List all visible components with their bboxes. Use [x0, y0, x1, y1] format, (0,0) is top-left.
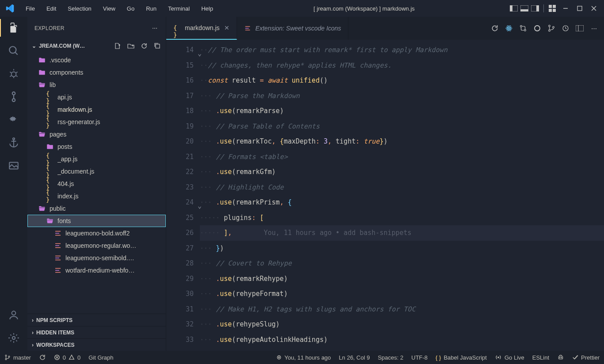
git-branch-icon[interactable]: [547, 24, 555, 32]
menu-edit[interactable]: Edit: [41, 3, 61, 15]
new-file-icon[interactable]: [114, 42, 122, 50]
git-compare-icon[interactable]: [519, 24, 527, 32]
js-file-icon: { }: [46, 106, 54, 114]
code-line[interactable]: ····· plugins: [: [200, 210, 604, 226]
code-line[interactable]: ··· // Make H1, H2 tags with slugs and a…: [200, 302, 604, 317]
new-folder-icon[interactable]: [127, 42, 135, 50]
code-line[interactable]: ··· // Highlight Code: [200, 180, 604, 195]
code-line[interactable]: ··· .use(remarkToc, {maxDepth: 3, tight:…: [200, 134, 604, 149]
tab-extension-sweet-vscode-icons[interactable]: Extension: Sweet vscode Icons: [237, 17, 349, 40]
split-editor-icon[interactable]: [576, 24, 584, 32]
tree-file[interactable]: { }index.js: [27, 190, 166, 202]
status-eslint[interactable]: ESLint: [532, 354, 549, 361]
debug-tab-icon[interactable]: [7, 67, 20, 80]
tree-folder[interactable]: public: [27, 202, 166, 215]
tree-folder[interactable]: components: [27, 66, 166, 79]
atom-icon[interactable]: [505, 24, 513, 32]
account-icon[interactable]: [7, 308, 20, 322]
menu-view[interactable]: View: [98, 3, 121, 15]
tree-item-label: markdown.js: [57, 106, 92, 113]
status-go-live[interactable]: Go Live: [495, 354, 524, 361]
menu-run[interactable]: Run: [141, 3, 162, 15]
svg-point-55: [508, 28, 509, 29]
collapse-all-icon[interactable]: [153, 42, 161, 50]
source-control-tab-icon[interactable]: [7, 90, 20, 103]
panel-workspaces[interactable]: ›WORKSPACES: [27, 338, 166, 351]
tree-file[interactable]: { }_document.js: [27, 165, 166, 178]
tree-file[interactable]: { }404.js: [27, 178, 166, 190]
more-icon[interactable]: ⋯: [151, 24, 159, 32]
code-line[interactable]: ··· }): [200, 241, 604, 256]
panel-hidden-items[interactable]: ›HIDDEN ITEMS: [27, 326, 166, 338]
tree-file[interactable]: leaguemono-bold.woff2: [27, 227, 166, 239]
status-git-graph[interactable]: Git Graph: [88, 354, 113, 361]
layout-bottom-icon[interactable]: [520, 4, 528, 12]
code-line[interactable]: ··· .use(rehypeAutolinkHeadings): [200, 332, 604, 348]
status-branch[interactable]: master: [4, 354, 31, 361]
status-sync-icon[interactable]: [39, 354, 46, 361]
code-line[interactable]: ··// The order must start with remark* f…: [200, 42, 604, 58]
tree-file[interactable]: leaguemono-semibold.…: [27, 252, 166, 264]
code-content[interactable]: ··// The order must start with remark* f…: [200, 40, 604, 351]
tab-markdown-js[interactable]: { }markdown.js✕: [166, 17, 237, 40]
tree-file[interactable]: { }markdown.js: [27, 103, 166, 116]
close-icon[interactable]: [590, 4, 598, 12]
code-line[interactable]: ··· .use(rehypeFormat): [200, 286, 604, 302]
code-line[interactable]: ··· .use(remarkPrism, {: [200, 195, 604, 210]
menu-help[interactable]: Help: [196, 3, 218, 15]
extensions-tab-icon[interactable]: [7, 113, 20, 126]
status-encoding[interactable]: UTF-8: [411, 354, 428, 361]
menu-go[interactable]: Go: [122, 3, 140, 15]
status-language[interactable]: { } Babel JavaScript: [436, 354, 487, 361]
tree-folder[interactable]: fonts: [27, 215, 166, 227]
refresh-icon[interactable]: [140, 42, 148, 50]
code-editor[interactable]: 14⌄15161718192021222324⌄2526272829303132…: [166, 40, 604, 351]
search-tab-icon[interactable]: [7, 44, 20, 57]
code-line[interactable]: ··· // Parse Table of Contents: [200, 119, 604, 134]
run-icon[interactable]: [533, 24, 541, 32]
settings-gear-icon[interactable]: [7, 331, 20, 345]
layout-left-icon[interactable]: [510, 4, 518, 12]
menu-file[interactable]: File: [20, 3, 40, 15]
status-copilot-icon[interactable]: [557, 354, 564, 361]
tree-folder[interactable]: posts: [27, 140, 166, 153]
code-line[interactable]: ··· .use(remarkParse): [200, 103, 604, 119]
tree-folder[interactable]: pages: [27, 128, 166, 140]
tree-folder[interactable]: lib: [27, 79, 166, 91]
code-line[interactable]: ··· // Covert to Rehype: [200, 256, 604, 271]
code-line[interactable]: ··· .use(remarkRehype): [200, 271, 604, 287]
menu-selection[interactable]: Selection: [62, 3, 96, 15]
minimize-icon[interactable]: [562, 4, 570, 12]
code-line[interactable]: ····· ], You, 11 hours ago • add bash-sn…: [200, 225, 604, 241]
tree-file[interactable]: { }_app.js: [27, 153, 166, 165]
status-position[interactable]: Ln 26, Col 9: [339, 354, 370, 361]
explorer-tab-icon[interactable]: [7, 21, 20, 34]
code-line[interactable]: ··· // Formats <table>: [200, 149, 604, 165]
tree-file[interactable]: wotfard-medium-webfo…: [27, 264, 166, 277]
layout-right-icon[interactable]: [531, 4, 539, 12]
status-blame[interactable]: You, 11 hours ago: [276, 354, 331, 361]
tree-file[interactable]: { }api.js: [27, 91, 166, 103]
workspace-folder-header[interactable]: ⌄ JREAM.COM (W…: [27, 40, 166, 52]
menu-terminal[interactable]: Terminal: [163, 3, 195, 15]
tree-file[interactable]: { }rss-generator.js: [27, 116, 166, 128]
image-tab-icon[interactable]: [7, 159, 20, 172]
anchor-tab-icon[interactable]: [7, 136, 20, 149]
status-prettier[interactable]: Prettier: [572, 354, 600, 361]
code-line[interactable]: ··· .use(rehypeSlug): [200, 317, 604, 332]
code-line[interactable]: ··· .use(remarkGfm): [200, 164, 604, 180]
layout-customize-icon[interactable]: [548, 4, 556, 12]
status-problems[interactable]: 0 0: [54, 354, 80, 361]
code-line[interactable]: ··// changes, then rehype* applies HTML …: [200, 58, 604, 73]
maximize-icon[interactable]: [576, 4, 584, 12]
code-line[interactable]: ··const result = await unified(): [200, 73, 604, 88]
code-line[interactable]: ··· // Parse the Markdown: [200, 88, 604, 104]
panel-npm-scripts[interactable]: ›NPM SCRIPTS: [27, 314, 166, 326]
status-indent[interactable]: Spaces: 2: [378, 354, 403, 361]
tree-file[interactable]: leaguemono-regular.wo…: [27, 239, 166, 252]
reload-icon[interactable]: [491, 24, 499, 32]
tree-folder[interactable]: .vscode: [27, 54, 166, 66]
time-travel-icon[interactable]: [562, 24, 570, 32]
more-actions-icon[interactable]: ⋯: [590, 24, 598, 32]
close-tab-icon[interactable]: ✕: [224, 24, 229, 31]
